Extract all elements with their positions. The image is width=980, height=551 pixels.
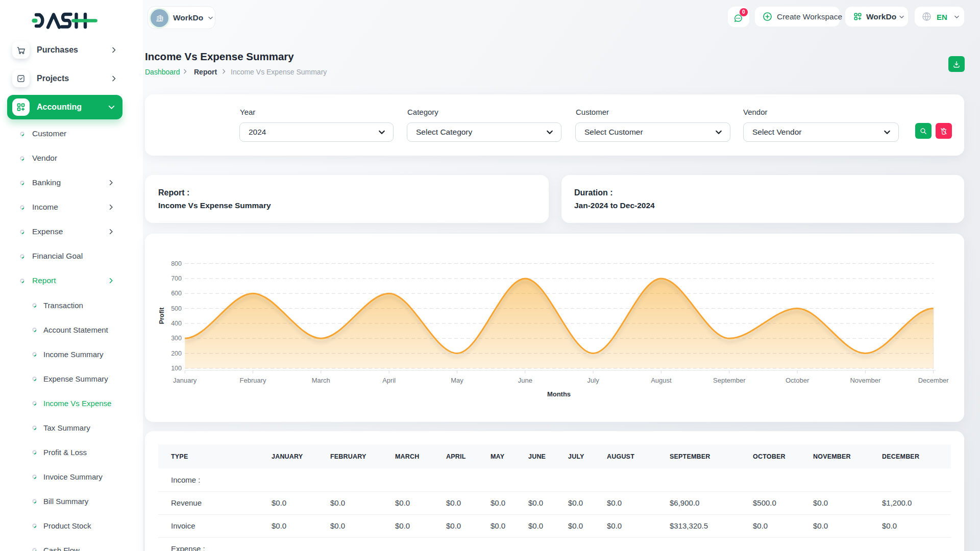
svg-text:Months: Months <box>547 390 571 398</box>
svg-text:500: 500 <box>171 305 182 312</box>
svg-text:300: 300 <box>171 335 182 342</box>
svg-text:October: October <box>786 377 810 384</box>
svg-text:100: 100 <box>171 365 182 372</box>
svg-text:Profit: Profit <box>158 307 165 324</box>
svg-text:April: April <box>382 377 396 384</box>
svg-text:March: March <box>312 377 330 384</box>
svg-text:February: February <box>239 377 266 384</box>
svg-text:January: January <box>173 377 197 384</box>
svg-text:800: 800 <box>171 260 182 267</box>
svg-text:August: August <box>651 377 672 384</box>
svg-text:May: May <box>451 377 463 384</box>
svg-text:700: 700 <box>171 275 182 282</box>
svg-text:400: 400 <box>171 320 182 327</box>
svg-text:200: 200 <box>171 350 182 357</box>
svg-text:600: 600 <box>171 290 182 297</box>
svg-text:July: July <box>587 377 600 384</box>
svg-text:June: June <box>518 377 532 384</box>
svg-text:December: December <box>918 377 949 384</box>
svg-text:September: September <box>713 377 746 384</box>
svg-text:November: November <box>850 377 881 384</box>
